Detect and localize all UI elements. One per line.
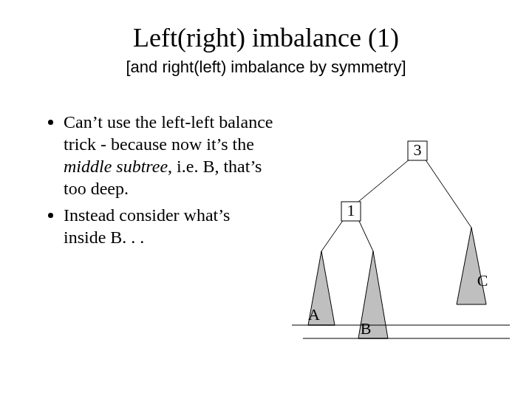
slide-title: Left(right) imbalance (1): [0, 22, 532, 53]
svg-line-2: [321, 219, 344, 251]
node-1-label: 1: [347, 201, 355, 219]
tree-diagram: 3 1 A B C: [281, 111, 517, 355]
svg-line-3: [358, 219, 373, 251]
svg-line-0: [358, 159, 410, 202]
triangle-c: [457, 228, 486, 304]
node-3-label: 3: [414, 140, 422, 159]
triangle-c-label: C: [477, 271, 488, 290]
bullet-1-pre: Can’t use the left-left balance trick - …: [64, 112, 273, 154]
triangle-b-label: B: [361, 319, 372, 338]
svg-line-1: [425, 159, 471, 228]
triangle-a-label: A: [308, 305, 320, 324]
bullet-2: Instead consider what’s inside B. . .: [64, 204, 273, 248]
bullet-1: Can’t use the left-left balance trick - …: [64, 111, 273, 200]
bullet-list: Can’t use the left-left balance trick - …: [44, 111, 273, 253]
slide-subtitle: [and right(left) imbalance by symmetry]: [0, 58, 532, 77]
bullet-1-mid: middle subtree: [64, 157, 168, 176]
